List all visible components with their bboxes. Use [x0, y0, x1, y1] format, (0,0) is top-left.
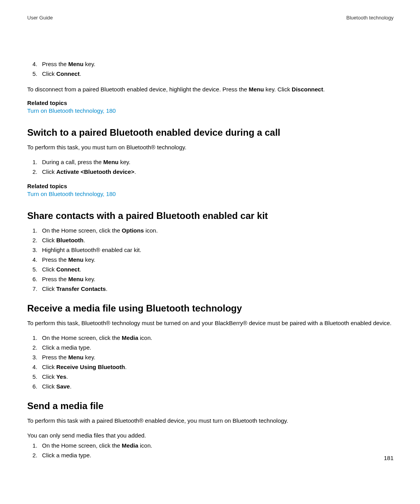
list-text-post: icon.	[138, 442, 152, 449]
list-text-post: .	[70, 383, 72, 390]
list-number: 1.	[30, 158, 37, 167]
list-item: 1. On the Home screen, click the Media i…	[27, 333, 394, 343]
list-text-pre: On the Home screen, click the	[42, 334, 122, 341]
section-heading-switch: Switch to a paired Bluetooth enabled dev…	[27, 127, 394, 138]
list-item: 2. Click Activate <Bluetooth device>.	[27, 167, 394, 177]
list-item: 1. On the Home screen, click the Options…	[27, 226, 394, 235]
list-text-pre: During a call, press the	[42, 159, 103, 165]
list-number: 6.	[30, 275, 37, 284]
list-item: 5. Click Yes.	[27, 372, 394, 382]
list-text-pre: Click	[42, 266, 56, 273]
list-text: Highlight a Bluetooth® enabled car kit.	[42, 247, 141, 253]
section-intro: To perform this task with a paired Bluet…	[27, 416, 394, 425]
list-text-pre: On the Home screen, click the	[42, 227, 122, 234]
section-intro: To perform this task, Bluetooth® technol…	[27, 318, 394, 328]
list-item: 5. Click Connect.	[27, 265, 394, 274]
related-topic-link[interactable]: Turn on Bluetooth technology, 180	[27, 106, 394, 116]
list-number: 5.	[30, 372, 37, 382]
list-text-post: key.	[84, 276, 96, 282]
list-text-post: .	[66, 373, 68, 380]
list-text-post: key.	[84, 354, 96, 360]
list-text-bold: Menu	[68, 256, 84, 263]
list-text-pre: Press the	[42, 354, 68, 360]
list-item: 1. During a call, press the Menu key.	[27, 158, 394, 167]
section-heading-send: Send a media file	[27, 401, 394, 411]
list-text-pre: Click	[42, 364, 56, 370]
section-heading-receive: Receive a media file using Bluetooth tec…	[27, 303, 394, 314]
list-number: 6.	[30, 382, 37, 391]
list-text-bold: Menu	[103, 159, 119, 165]
list-text-bold: Activate <Bluetooth device>	[56, 168, 135, 175]
list-number: 7.	[30, 284, 37, 294]
list-text-bold: Bluetooth	[56, 237, 84, 243]
list-text-pre: Press the	[42, 276, 68, 282]
related-topic-link[interactable]: Turn on Bluetooth technology, 180	[27, 189, 394, 199]
list-text-pre: On the Home screen, click the	[42, 442, 122, 449]
list-text-pre: Press the	[42, 256, 68, 263]
list-item: 1. On the Home screen, click the Media i…	[27, 441, 394, 450]
list-number: 2.	[30, 343, 37, 352]
list-item: 4. Click Receive Using Bluetooth.	[27, 362, 394, 372]
section1-list: 1. During a call, press the Menu key. 2.…	[27, 158, 394, 177]
list-text-post: .	[106, 285, 107, 292]
list-text-post: .	[125, 364, 126, 370]
list-item: 3. Press the Menu key.	[27, 353, 394, 362]
list-item: 7. Click Transfer Contacts.	[27, 284, 394, 294]
list-text-post: key.	[84, 256, 96, 263]
list-number: 5.	[30, 69, 37, 79]
related-topics-heading: Related topics	[27, 183, 394, 189]
list-number: 4.	[30, 60, 37, 69]
header-left: User Guide	[27, 15, 53, 21]
section-intro: To perform this task, you must turn on B…	[27, 143, 394, 152]
list-text-bold: Options	[122, 227, 144, 234]
section3-list: 1. On the Home screen, click the Media i…	[27, 333, 394, 391]
list-text-bold: Connect	[56, 266, 80, 273]
list-text-bold: Yes	[56, 373, 66, 380]
list-item: 3. Highlight a Bluetooth® enabled car ki…	[27, 245, 394, 255]
disconnect-paragraph: To disconnect from a paired Bluetooth en…	[27, 85, 394, 94]
intro-list: 4. Press the Menu key. 5. Click Connect.	[27, 60, 394, 79]
list-number: 1.	[30, 441, 37, 450]
list-number: 2.	[30, 167, 37, 177]
para-bold: Menu	[249, 86, 264, 93]
section-heading-share: Share contacts with a paired Bluetooth e…	[27, 210, 394, 221]
list-text-post: .	[135, 168, 136, 175]
list-text-bold: Media	[122, 334, 138, 341]
list-text-bold: Menu	[68, 276, 84, 282]
header-right: Bluetooth technology	[346, 15, 394, 21]
list-number: 5.	[30, 265, 37, 274]
list-item: 4. Press the Menu key.	[27, 255, 394, 264]
list-text-post: .	[80, 70, 81, 77]
list-text-post: icon.	[138, 334, 152, 341]
page-header: User Guide Bluetooth technology	[27, 15, 394, 21]
list-number: 2.	[30, 236, 37, 245]
list-text-pre: Click	[42, 373, 56, 380]
list-item: 4. Press the Menu key.	[27, 60, 394, 69]
list-text-bold: Menu	[68, 354, 84, 360]
list-number: 4.	[30, 362, 37, 372]
para-bold: Disconnect	[292, 86, 323, 93]
list-number: 3.	[30, 353, 37, 362]
para-pre: To disconnect from a paired Bluetooth en…	[27, 86, 249, 93]
section-intro: You can only send media files that you a…	[27, 431, 394, 440]
list-text-bold: Receive Using Bluetooth	[56, 364, 125, 370]
list-text-pre: Press the	[42, 61, 68, 67]
related-topics-heading: Related topics	[27, 100, 394, 106]
list-item: 2. Click a media type.	[27, 343, 394, 352]
list-text-bold: Menu	[68, 61, 84, 67]
list-text-post: key.	[84, 61, 96, 67]
list-text-pre: Click	[42, 383, 56, 390]
para-mid: key. Click	[264, 86, 292, 93]
list-number: 3.	[30, 245, 37, 255]
list-text: Click a media type.	[42, 344, 91, 351]
list-item: 6. Click Save.	[27, 382, 394, 391]
list-item: 6. Press the Menu key.	[27, 275, 394, 284]
list-text-post: .	[84, 237, 85, 243]
section4-list: 1. On the Home screen, click the Media i…	[27, 441, 394, 460]
list-number: 4.	[30, 255, 37, 264]
list-text-bold: Media	[122, 442, 138, 449]
list-text-bold: Transfer Contacts	[56, 285, 106, 292]
list-text-pre: Click	[42, 70, 56, 77]
list-item: 5. Click Connect.	[27, 69, 394, 79]
list-text-pre: Click	[42, 237, 56, 243]
